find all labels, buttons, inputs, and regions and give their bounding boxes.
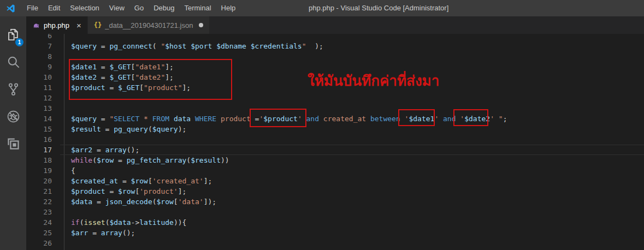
code-line-11[interactable]: 11$product = $_GET["product"]; xyxy=(26,82,644,93)
line-number: 12 xyxy=(26,93,52,103)
line-code: $product = $_GET["product"]; xyxy=(71,82,191,93)
menu-file[interactable]: File xyxy=(22,0,43,16)
vscode-logo-icon xyxy=(6,4,15,13)
line-number: 18 xyxy=(26,155,52,165)
code-lines: 67$query = pg_connect( "$host $port $dbn… xyxy=(26,34,644,248)
line-number: 9 xyxy=(26,62,52,72)
code-line-24[interactable]: 24if(isset($data->latitude)){ xyxy=(26,217,644,228)
menu-help[interactable]: Help xyxy=(216,0,241,16)
line-code: $created_at = $row['created_at']; xyxy=(71,176,212,186)
line-number: 24 xyxy=(26,217,52,228)
json-icon: {} xyxy=(94,21,102,29)
code-line-17[interactable]: 17$arr2 = array(); xyxy=(26,145,644,155)
badge: 1 xyxy=(15,38,23,46)
code-line-14[interactable]: 14$query = "SELECT * FROM data WHERE pro… xyxy=(26,114,644,124)
current-line-highlight xyxy=(60,145,644,155)
line-code: $query = pg_connect( "$host $port $dbnam… xyxy=(71,41,323,51)
tab-label: _data__201904301721.json xyxy=(105,21,193,29)
code-line-13[interactable]: 13 xyxy=(26,103,644,114)
php-icon xyxy=(32,21,40,29)
code-line-16[interactable]: 16 xyxy=(26,134,644,145)
code-line-26[interactable]: 26 xyxy=(26,238,644,248)
code-line-9[interactable]: 9$date1 = $_GET["date1"]; xyxy=(26,62,644,72)
line-number: 13 xyxy=(26,103,52,114)
line-number: 10 xyxy=(26,72,52,82)
line-number: 26 xyxy=(26,238,52,248)
close-icon[interactable]: × xyxy=(76,21,81,29)
window-title: php.php - Visual Studio Code [Administra… xyxy=(309,0,448,16)
line-code: if(isset($data->latitude)){ xyxy=(71,217,186,228)
tab-label: php.php xyxy=(44,21,69,29)
code-line-25[interactable]: 25$arr = array(); xyxy=(26,228,644,238)
line-code: $product = $row['product']; xyxy=(71,186,186,197)
tab-php.php[interactable]: php.php× xyxy=(26,16,87,34)
code-line-23[interactable]: 23 xyxy=(26,207,644,217)
line-number: 7 xyxy=(26,41,52,51)
line-number: 6 xyxy=(26,34,52,41)
line-code: while($row = pg_fetch_array($result)) xyxy=(71,155,229,165)
modified-dot-icon[interactable] xyxy=(199,23,203,27)
line-number: 19 xyxy=(26,165,52,176)
code-line-21[interactable]: 21$product = $row['product']; xyxy=(26,186,644,197)
line-code: $data = json_decode($row['data']); xyxy=(71,197,216,207)
menu-view[interactable]: View xyxy=(104,0,129,16)
line-code: $query = "SELECT * FROM data WHERE produ… xyxy=(71,114,507,124)
code-editor[interactable]: 67$query = pg_connect( "$host $port $dbn… xyxy=(26,34,644,250)
menu-bar: FileEditSelectionViewGoDebugTerminalHelp xyxy=(22,0,240,16)
code-line-22[interactable]: 22$data = json_decode($row['data']); xyxy=(26,197,644,207)
line-code: $arr2 = array(); xyxy=(71,145,139,155)
code-line-12[interactable]: 12 xyxy=(26,93,644,103)
menu-go[interactable]: Go xyxy=(129,0,149,16)
extensions-icon[interactable] xyxy=(0,130,26,157)
menu-terminal[interactable]: Terminal xyxy=(179,0,216,16)
line-number: 16 xyxy=(26,134,52,145)
code-line-20[interactable]: 20$created_at = $row['created_at']; xyxy=(26,176,644,186)
code-line-7[interactable]: 7$query = pg_connect( "$host $port $dbna… xyxy=(26,41,644,51)
line-number: 23 xyxy=(26,207,52,217)
title-bar: FileEditSelectionViewGoDebugTerminalHelp… xyxy=(0,0,644,16)
line-number: 21 xyxy=(26,186,52,197)
line-code: $date1 = $_GET["date1"]; xyxy=(71,62,174,72)
line-number: 25 xyxy=(26,228,52,238)
code-line-10[interactable]: 10$date2 = $_GET["date2"]; xyxy=(26,72,644,82)
line-number: 20 xyxy=(26,176,52,186)
line-number: 22 xyxy=(26,197,52,207)
line-number: 17 xyxy=(26,145,52,155)
line-code: { xyxy=(71,165,75,176)
code-line-15[interactable]: 15$result = pg_query($query); xyxy=(26,124,644,134)
code-line-8[interactable]: 8 xyxy=(26,51,644,62)
tab-_data__201904301721.json[interactable]: {}_data__201904301721.json xyxy=(87,16,210,34)
menu-debug[interactable]: Debug xyxy=(149,0,179,16)
activity-bar: 1 xyxy=(0,16,26,250)
line-number: 8 xyxy=(26,51,52,62)
code-line-19[interactable]: 19{ xyxy=(26,165,644,176)
code-line-18[interactable]: 18while($row = pg_fetch_array($result)) xyxy=(26,155,644,165)
menu-selection[interactable]: Selection xyxy=(65,0,104,16)
debug-icon[interactable] xyxy=(0,103,26,130)
files-icon[interactable]: 1 xyxy=(0,21,26,48)
search-icon[interactable] xyxy=(0,48,26,75)
line-number: 14 xyxy=(26,114,52,124)
line-code: $arr = array(); xyxy=(71,228,135,238)
source-control-icon[interactable] xyxy=(0,75,26,103)
line-code: $date2 = $_GET["date2"]; xyxy=(71,72,174,82)
line-number: 15 xyxy=(26,124,52,134)
line-number: 11 xyxy=(26,82,52,93)
tab-bar: php.php×{}_data__201904301721.json xyxy=(26,16,644,34)
line-code: $result = pg_query($query); xyxy=(71,124,186,134)
menu-edit[interactable]: Edit xyxy=(43,0,65,16)
code-line-6[interactable]: 6 xyxy=(26,34,644,41)
